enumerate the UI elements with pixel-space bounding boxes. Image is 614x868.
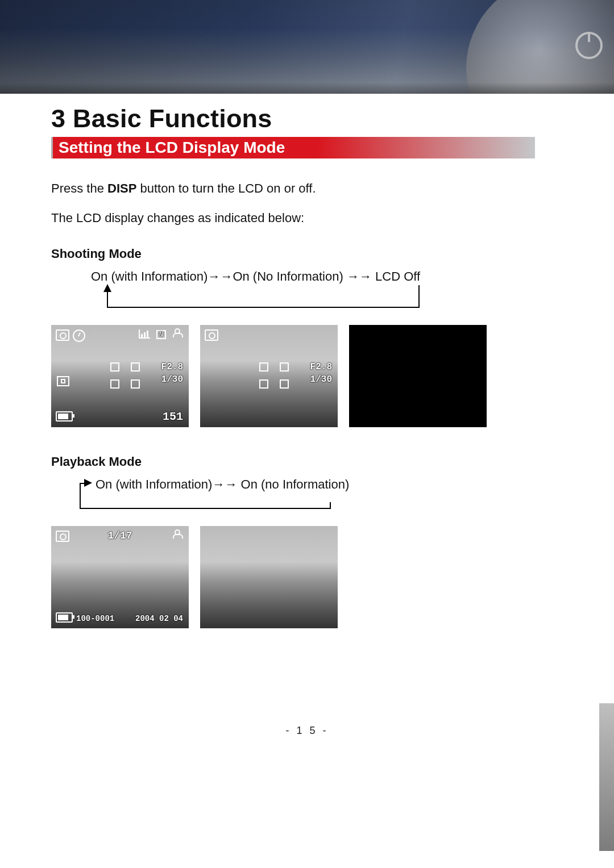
intro-text: Press the [51,181,107,195]
chapter-title: Basic Functions [73,104,272,133]
page-edge-tab [599,703,614,851]
histogram-icon [139,329,150,339]
flow-line [330,502,331,509]
battery-icon [56,612,73,623]
aperture-value: F2.8 [161,362,183,372]
page-content: 3 Basic Functions Setting the LCD Displa… [0,104,614,737]
lcd-playback-no-info [200,526,338,628]
image-counter: 1/17 [107,531,132,541]
face-icon [173,529,183,539]
playback-mode-heading: Playback Mode [51,454,563,469]
chapter-heading: 3 Basic Functions [51,104,563,133]
metering-icon [57,376,69,386]
focus-bracket-icon [280,362,289,372]
flow-line [418,285,420,308]
focus-bracket-icon [110,379,119,389]
battery-icon [56,411,73,422]
shutter-value: 1/30 [310,375,332,384]
lcd-on-with-info: N F2.8 1/30 151 [51,325,189,427]
shutter-value: 1/30 [161,375,183,384]
arrow-up-icon [103,284,111,292]
section-title-bar: Setting the LCD Display Mode [51,137,535,158]
focus-bracket-icon [280,379,289,389]
file-number: 100-0001 [76,615,114,623]
quality-icon: N [156,330,166,339]
arrow-right-icon [84,479,92,487]
shooting-flow-text: On (with Information)→→On (No Informatio… [91,269,420,284]
playback-flow-diagram: On (with Information)→→ On (no Informati… [68,477,540,515]
flow-line [107,292,108,308]
page-number: - 1 5 - [51,725,563,737]
focus-bracket-icon [131,379,140,389]
lcd-on-no-info: F2.8 1/30 [200,325,338,427]
shooting-lcd-row: N F2.8 1/30 151 F2.8 1 [51,325,563,427]
flow-line [80,508,331,509]
playback-lcd-row: 1/17 100-0001 2004 02 04 [51,526,563,628]
flow-line [107,307,420,308]
focus-bracket-icon [259,379,268,389]
page-header-banner [0,0,614,94]
camera-icon [56,531,69,542]
face-icon [173,328,183,337]
focus-bracket-icon [131,362,140,372]
shots-remaining: 151 [163,411,183,423]
focus-bracket-icon [259,362,268,372]
camera-icon [56,329,69,341]
power-icon [575,32,603,59]
intro-paragraph-2: The LCD display changes as indicated bel… [51,210,563,227]
aperture-value: F2.8 [310,362,332,372]
chapter-number: 3 [51,104,65,133]
manual-page: 3 Basic Functions Setting the LCD Displa… [0,0,614,868]
shooting-mode-heading: Shooting Mode [51,247,563,261]
intro-text-tail: button to turn the LCD on or off. [136,181,316,195]
flow-line [80,483,81,509]
lcd-off [349,325,487,427]
focus-bracket-icon [110,362,119,372]
lcd-playback-with-info: 1/17 100-0001 2004 02 04 [51,526,189,628]
intro-paragraph-1: Press the DISP button to turn the LCD on… [51,180,563,197]
self-timer-icon [73,329,85,342]
shooting-flow-diagram: On (with Information)→→On (No Informatio… [68,269,540,310]
playback-flow-text: On (with Information)→→ On (no Informati… [96,477,349,492]
file-date: 2004 02 04 [135,615,183,623]
camera-icon [205,329,218,341]
disp-button-label: DISP [107,181,136,195]
